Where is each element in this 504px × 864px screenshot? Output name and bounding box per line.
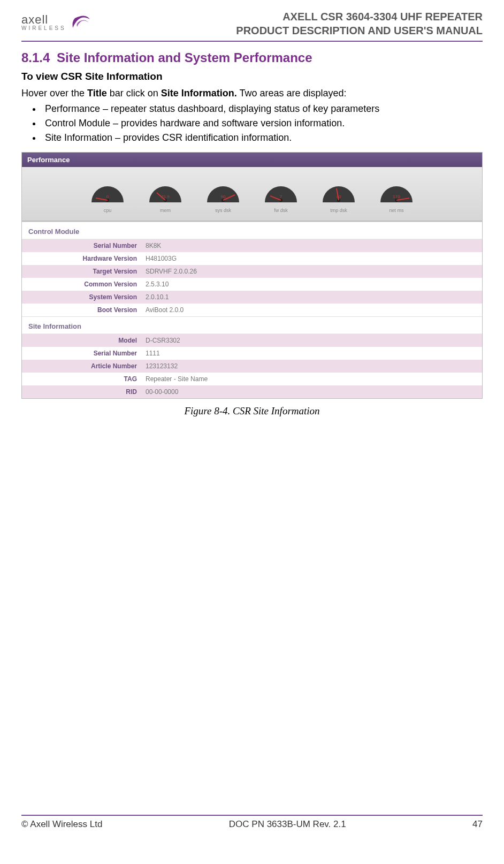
bullet-list: Performance – repeater status dashboard,… <box>42 103 483 143</box>
svg-text:90: 90 <box>221 194 226 199</box>
intro-paragraph: Hover over the Title bar click on Site I… <box>21 87 483 100</box>
svg-text:0: 0 <box>106 194 109 199</box>
page-header: axell WIRELESS AXELL CSR 3604-3304 UHF R… <box>21 10 483 41</box>
section-heading: 8.1.4 Site Information and System Perfor… <box>21 50 483 65</box>
list-item: Control Module – provides hardware and s… <box>42 118 483 129</box>
svg-text:21.9: 21.9 <box>161 194 170 199</box>
header-rule <box>21 41 483 42</box>
doc-title-line1: AXELL CSR 3604-3304 UHF REPEATER <box>236 10 483 24</box>
app-screenshot: Performance 0 cpu 21.9 mem 90 sys dsk 7 … <box>21 152 483 399</box>
gauge-label: tmp dsk <box>330 208 347 213</box>
brand-sub: WIRELESS <box>21 26 66 31</box>
section-title: Site Information and System Performance <box>57 50 312 65</box>
gauge-label: sys dsk <box>215 208 231 213</box>
performance-panel-title: Performance <box>22 153 482 167</box>
site-information-table: ModelD-CSR3302 Serial Number1111 Article… <box>22 334 482 398</box>
table-row: Serial Number1111 <box>22 347 482 360</box>
figure-caption: Figure 8-4. CSR Site Information <box>21 405 483 417</box>
svg-text:170: 170 <box>393 194 400 199</box>
gauges-row: 0 cpu 21.9 mem 90 sys dsk 7 fw dsk 40 tm… <box>22 167 482 222</box>
table-row: Hardware VersionH481003G <box>22 252 482 265</box>
table-row: RID00-00-0000 <box>22 385 482 398</box>
gauge-label: fw dsk <box>274 208 288 213</box>
gauge-cpu: 0 cpu <box>84 175 131 213</box>
gauge-fw-dsk: 7 fw dsk <box>257 175 304 213</box>
doc-title-line2: PRODUCT DESCRIPTION AND USER'S MANUAL <box>236 24 483 37</box>
brand-main: axell <box>21 14 66 26</box>
gauge-label: net ms <box>389 208 403 213</box>
gauge-label: cpu <box>104 208 112 213</box>
site-information-title: Site Information <box>22 316 482 334</box>
doc-title: AXELL CSR 3604-3304 UHF REPEATER PRODUCT… <box>236 10 483 37</box>
logo: axell WIRELESS <box>21 10 93 35</box>
table-row: Common Version2.5.3.10 <box>22 278 482 291</box>
page-footer: © Axell Wireless Ltd DOC PN 3633B-UM Rev… <box>21 815 483 830</box>
footer-pagenum: 47 <box>472 819 483 830</box>
footer-docnum: DOC PN 3633B-UM Rev. 2.1 <box>229 819 346 830</box>
table-row: Boot VersionAviBoot 2.0.0 <box>22 304 482 316</box>
table-row: System Version2.0.10.1 <box>22 291 482 304</box>
table-row: Target VersionSDRVHF 2.0.0.26 <box>22 265 482 278</box>
control-module-title: Control Module <box>22 222 482 239</box>
svg-text:40: 40 <box>337 194 341 199</box>
footer-copyright: © Axell Wireless Ltd <box>21 819 102 830</box>
subheading: To view CSR Site Information <box>21 71 483 82</box>
svg-text:7: 7 <box>280 194 282 199</box>
control-module-table: Serial Number8K8K Hardware VersionH48100… <box>22 239 482 316</box>
gauge-label: mem <box>160 208 171 213</box>
list-item: Site Information – provides CSR identifi… <box>42 132 483 143</box>
table-row: Article Number123123132 <box>22 360 482 373</box>
logo-icon <box>70 10 93 35</box>
gauge-mem: 21.9 mem <box>142 175 189 213</box>
section-number: 8.1.4 <box>21 50 50 65</box>
list-item: Performance – repeater status dashboard,… <box>42 103 483 115</box>
table-row: Serial Number8K8K <box>22 239 482 252</box>
table-row: ModelD-CSR3302 <box>22 334 482 347</box>
gauge-net-ms: 170 net ms <box>373 175 420 213</box>
gauge-sys-dsk: 90 sys dsk <box>200 175 247 213</box>
gauge-tmp-dsk: 40 tmp dsk <box>315 175 362 213</box>
table-row: TAGRepeater - Site Name <box>22 373 482 385</box>
